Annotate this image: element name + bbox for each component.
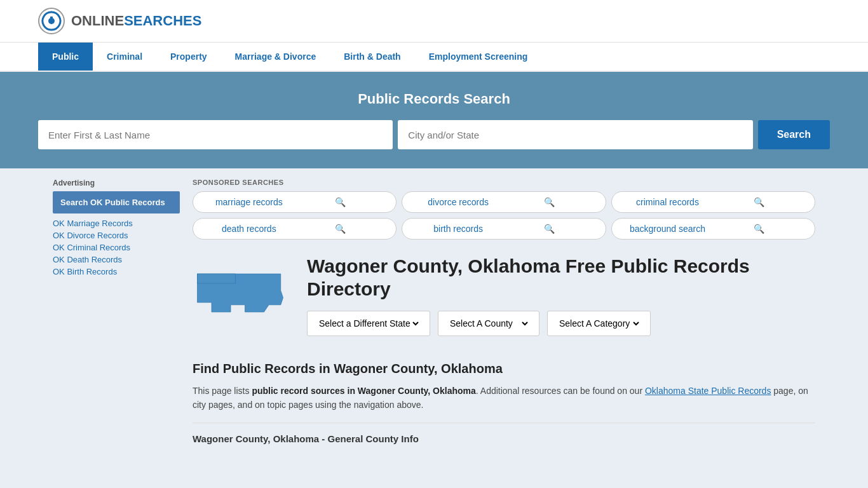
sidebar-link-3[interactable]: OK Death Records [53, 255, 180, 264]
advertising-label: Advertising [53, 179, 180, 187]
county-select[interactable]: Select A County [447, 318, 530, 329]
nav-property[interactable]: Property [156, 43, 221, 71]
search-bar: Search [38, 120, 830, 149]
category-dropdown[interactable]: Select A Category [547, 311, 651, 336]
oklahoma-map [193, 255, 294, 333]
sponsored-section: SPONSORED SEARCHES marriage records 🔍 di… [193, 179, 815, 240]
main-content: SPONSORED SEARCHES marriage records 🔍 di… [193, 179, 815, 444]
sponsored-tag-1[interactable]: divorce records 🔍 [402, 191, 606, 213]
county-info: Wagoner County, Oklahoma Free Public Rec… [307, 255, 815, 349]
find-link[interactable]: Oklahoma State Public Records [645, 386, 771, 396]
find-text-bold: public record sources in Wagoner County,… [252, 386, 475, 396]
find-records-section: Find Public Records in Wagoner County, O… [193, 362, 815, 444]
sponsored-tag-label-5: background search [622, 224, 714, 234]
header: ONLINESEARCHES [0, 0, 868, 43]
sponsored-tag-3[interactable]: death records 🔍 [193, 218, 397, 240]
search-icon-1: 🔍 [504, 197, 595, 207]
hero-section: Public Records Search Search [0, 72, 868, 168]
sidebar-link-4[interactable]: OK Birth Records [53, 267, 180, 276]
sponsored-tag-4[interactable]: birth records 🔍 [402, 218, 606, 240]
sidebar-link-2[interactable]: OK Criminal Records [53, 243, 180, 252]
nav-employment[interactable]: Employment Screening [415, 43, 542, 71]
nav-marriage-divorce[interactable]: Marriage & Divorce [221, 43, 330, 71]
sponsored-label: SPONSORED SEARCHES [193, 179, 815, 186]
oklahoma-map-svg [193, 255, 288, 331]
county-dropdown[interactable]: Select A County [438, 311, 539, 336]
search-icon-2: 🔍 [713, 197, 804, 207]
logo-searches: SEARCHES [124, 13, 201, 29]
sponsored-tag-5[interactable]: background search 🔍 [611, 218, 815, 240]
state-dropdown[interactable]: Select a Different State [307, 311, 430, 336]
hero-title: Public Records Search [38, 91, 830, 107]
state-select[interactable]: Select a Different State [316, 318, 421, 329]
nav-birth-death[interactable]: Birth & Death [330, 43, 414, 71]
logo-online: ONLINE [71, 13, 124, 29]
county-title: Wagoner County, Oklahoma Free Public Rec… [307, 255, 815, 301]
search-icon-0: 🔍 [295, 197, 386, 207]
content-wrapper: Advertising Search OK Public Records OK … [40, 168, 828, 454]
logo-icon [38, 8, 65, 34]
search-button[interactable]: Search [758, 120, 830, 149]
sidebar-ad-box[interactable]: Search OK Public Records [53, 191, 180, 214]
find-text-1: This page lists [193, 386, 252, 396]
sponsored-tag-label-1: divorce records [412, 197, 504, 207]
find-text: This page lists public record sources in… [193, 384, 815, 412]
svg-rect-2 [50, 17, 53, 21]
search-icon-5: 🔍 [713, 224, 804, 234]
sponsored-tag-label-0: marriage records [203, 197, 295, 207]
name-input[interactable] [38, 120, 393, 149]
county-section: Wagoner County, Oklahoma Free Public Rec… [193, 255, 815, 349]
sponsored-grid: marriage records 🔍 divorce records 🔍 cri… [193, 191, 815, 240]
logo: ONLINESEARCHES [38, 8, 201, 34]
search-icon-4: 🔍 [504, 224, 595, 234]
sidebar: Advertising Search OK Public Records OK … [53, 179, 180, 444]
city-input[interactable] [398, 120, 752, 149]
sponsored-tag-label-3: death records [203, 224, 295, 234]
sponsored-tag-label-2: criminal records [622, 197, 714, 207]
find-text-2: . Additional resources can be found on o… [476, 386, 645, 396]
nav-public[interactable]: Public [38, 43, 93, 71]
dropdown-row: Select a Different State Select A County… [307, 311, 815, 336]
divider [193, 423, 815, 423]
sidebar-links: OK Marriage Records OK Divorce Records O… [53, 219, 180, 276]
category-select[interactable]: Select A Category [557, 318, 641, 329]
search-icon-3: 🔍 [295, 224, 386, 234]
svg-rect-4 [198, 274, 236, 283]
find-title: Find Public Records in Wagoner County, O… [193, 362, 815, 376]
nav-criminal[interactable]: Criminal [93, 43, 156, 71]
general-info-title: Wagoner County, Oklahoma - General Count… [193, 433, 815, 444]
sponsored-tag-0[interactable]: marriage records 🔍 [193, 191, 397, 213]
main-nav: Public Criminal Property Marriage & Divo… [0, 43, 868, 72]
sponsored-tag-2[interactable]: criminal records 🔍 [611, 191, 815, 213]
sponsored-tag-label-4: birth records [412, 224, 504, 234]
logo-text: ONLINESEARCHES [71, 13, 201, 29]
sidebar-link-1[interactable]: OK Divorce Records [53, 231, 180, 240]
sidebar-link-0[interactable]: OK Marriage Records [53, 219, 180, 228]
